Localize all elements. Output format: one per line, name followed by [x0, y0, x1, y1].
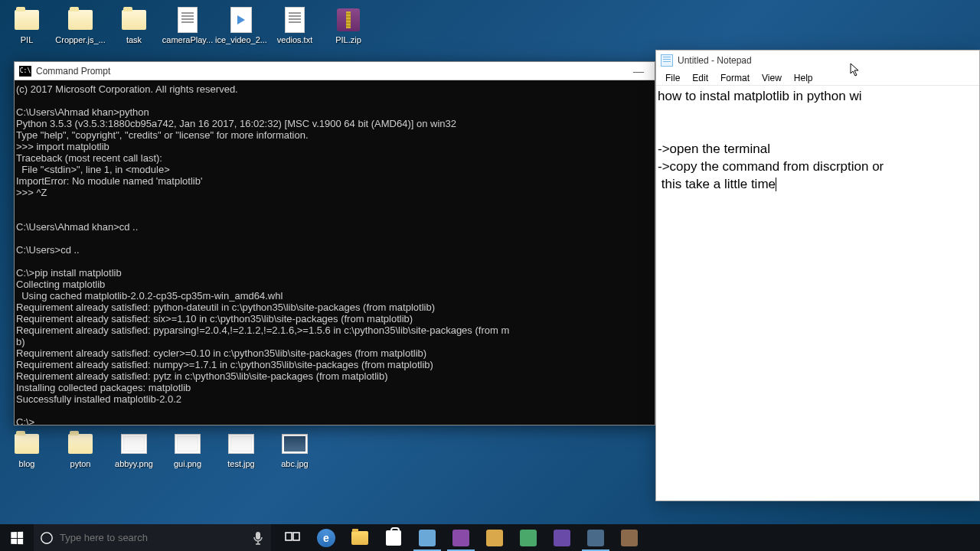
vid-icon: [230, 7, 252, 33]
cmd-minimize-button[interactable]: —: [633, 65, 644, 77]
desktop-icon-ice_video_2-[interactable]: ice_video_2...: [214, 6, 268, 52]
desktop-icon-row-top: PILCropper.js_...taskcameraPlay...ice_vi…: [0, 6, 375, 52]
folder-icon: [122, 10, 146, 30]
taskbar-apps: e: [276, 524, 646, 551]
taskbar-search[interactable]: [34, 524, 271, 551]
cortana-circle-icon: [34, 531, 60, 545]
desktop-icon-label: ice_video_2...: [215, 35, 267, 44]
desktop-icon-cameraplay-[interactable]: cameraPlay...: [161, 6, 214, 52]
edge-icon: e: [317, 529, 335, 547]
desktop: PILCropper.js_...taskcameraPlay...ice_vi…: [0, 0, 980, 524]
notepad-text-area[interactable]: how to instal matplotlib in python wi ->…: [656, 86, 979, 500]
img-white-icon: [175, 434, 201, 454]
desktop-icon-label: test.jpg: [227, 459, 254, 468]
notepad-icon: [661, 54, 673, 67]
chrome-icon: [520, 530, 537, 546]
svg-rect-3: [293, 533, 299, 540]
desktop-icon-task[interactable]: task: [107, 6, 161, 52]
notepad-window[interactable]: Untitled - Notepad FileEditFormatViewHel…: [655, 50, 980, 501]
taskbar-app-diamond[interactable]: [478, 524, 511, 551]
img-white-icon: [228, 434, 254, 454]
desktop-icon-label: blog: [19, 459, 35, 468]
taskbar-store[interactable]: [377, 524, 410, 551]
notepad-titlebar[interactable]: Untitled - Notepad: [656, 51, 979, 70]
notepad-menubar: FileEditFormatViewHelp: [656, 70, 979, 86]
notepad-menu-help[interactable]: Help: [788, 71, 819, 85]
img-white-icon: [121, 434, 147, 454]
desktop-icon-label: gui.png: [174, 459, 201, 468]
taskbar-settings-gear[interactable]: [612, 524, 646, 551]
taskbar-chrome[interactable]: [511, 524, 545, 551]
desktop-icon-label: PIL.zip: [335, 35, 361, 44]
taskbar-vs-task[interactable]: [444, 524, 478, 551]
txt-icon: [178, 7, 198, 33]
desktop-icon-pil-zip[interactable]: PIL.zip: [322, 6, 375, 52]
notepad-menu-file[interactable]: File: [659, 71, 686, 85]
taskbar-notepad-task[interactable]: [410, 524, 444, 551]
desktop-icon-gui-png[interactable]: gui.png: [161, 430, 214, 476]
search-input[interactable]: [60, 532, 245, 543]
store-icon: [386, 530, 401, 546]
desktop-icon-cropper-js_-[interactable]: Cropper.js_...: [54, 6, 107, 52]
desktop-icon-label: abc.jpg: [281, 459, 308, 468]
folder-icon: [68, 434, 93, 454]
desktop-icon-label: pyton: [70, 459, 91, 468]
cmd-task-icon: [587, 530, 604, 546]
desktop-icon-pyton[interactable]: pyton: [54, 430, 107, 476]
cmd-icon: C:\: [19, 66, 31, 77]
img-dark-icon: [282, 434, 308, 454]
folder-icon: [15, 10, 39, 30]
notepad-title-text: Untitled - Notepad: [678, 55, 752, 66]
txt-icon: [285, 7, 305, 33]
taskbar-edge[interactable]: e: [309, 524, 343, 551]
notepad-menu-format[interactable]: Format: [714, 71, 756, 85]
folder-icon: [15, 434, 39, 454]
settings-gear-icon: [621, 530, 638, 546]
cmd-titlebar[interactable]: C:\ Command Prompt —: [15, 62, 655, 80]
notepad-menu-edit[interactable]: Edit: [686, 71, 714, 85]
taskbar-file-explorer[interactable]: [343, 524, 377, 551]
mic-icon[interactable]: [245, 531, 271, 545]
desktop-icon-label: Cropper.js_...: [55, 35, 105, 44]
folder-icon: [68, 10, 93, 30]
desktop-icon-test-jpg[interactable]: test.jpg: [214, 430, 268, 476]
cmd-title-text: Command Prompt: [36, 66, 110, 77]
cmd-output[interactable]: (c) 2017 Microsoft Corporation. All righ…: [15, 80, 655, 425]
svg-point-0: [41, 532, 52, 543]
app-diamond-icon: [486, 530, 503, 546]
desktop-icon-label: vedios.txt: [277, 35, 312, 44]
taskbar: e: [0, 524, 980, 551]
vs-task-icon: [452, 530, 469, 546]
desktop-icon-vedios-txt[interactable]: vedios.txt: [268, 6, 322, 52]
svg-rect-1: [256, 532, 260, 540]
desktop-icon-label: cameraPlay...: [162, 35, 213, 44]
windows-logo-icon: [11, 531, 23, 543]
desktop-icon-label: PIL: [21, 35, 34, 44]
desktop-icon-label: task: [126, 35, 142, 44]
notepad-menu-view[interactable]: View: [756, 71, 788, 85]
task-view-icon: [285, 530, 300, 546]
desktop-icon-label: abbyy.png: [115, 459, 153, 468]
notepad-task-icon: [419, 530, 436, 546]
zip-icon: [337, 8, 360, 31]
start-button[interactable]: [0, 524, 34, 551]
desktop-icon-blog[interactable]: blog: [0, 430, 54, 476]
desktop-icon-abbyy-png[interactable]: abbyy.png: [107, 430, 161, 476]
taskbar-ps-task[interactable]: [545, 524, 579, 551]
svg-rect-2: [286, 533, 292, 540]
desktop-icon-row-bottom: blogpytonabbyy.pnggui.pngtest.jpgabc.jpg: [0, 430, 322, 476]
desktop-icon-pil[interactable]: PIL: [0, 6, 54, 52]
taskbar-cmd-task[interactable]: [579, 524, 612, 551]
taskbar-task-view[interactable]: [276, 524, 309, 551]
ps-task-icon: [554, 530, 570, 546]
command-prompt-window[interactable]: C:\ Command Prompt — (c) 2017 Microsoft …: [14, 61, 655, 425]
desktop-icon-abc-jpg[interactable]: abc.jpg: [268, 430, 322, 476]
file-explorer-icon: [351, 531, 368, 545]
notepad-caret: [776, 178, 776, 191]
